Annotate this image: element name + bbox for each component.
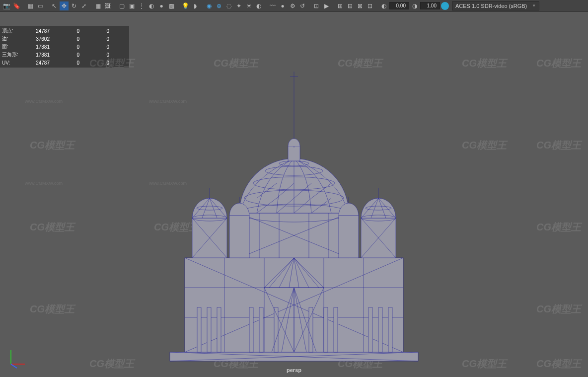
color-mgmt-toggle-icon[interactable]	[441, 2, 449, 10]
stats-value: 0	[55, 44, 84, 50]
render-icon[interactable]: ▶	[322, 1, 331, 10]
wireframe-icon[interactable]: ▣	[127, 1, 136, 10]
stats-label-edges: 边:	[0, 35, 25, 42]
svg-rect-81	[339, 216, 359, 258]
watermark: CG模型王	[89, 357, 134, 371]
svg-rect-23	[378, 307, 382, 352]
motiontrail-icon[interactable]: 〰	[268, 1, 277, 10]
stats-panel: 顶点: 24787 0 0 边: 37602 0 0 面: 17381 0 0 …	[0, 26, 129, 68]
snap1-icon[interactable]: ⊞	[336, 1, 345, 10]
watermark: CG模型王	[536, 139, 581, 152]
stats-value: 17381	[25, 44, 55, 50]
image-plane-icon[interactable]: 🖼	[103, 1, 112, 10]
stats-value: 0	[55, 36, 84, 42]
ambient-icon[interactable]: ☀	[244, 1, 253, 10]
stats-value: 0	[84, 60, 114, 66]
watermark: CG模型王	[536, 302, 581, 316]
colorspace-dropdown[interactable]: ACES 1.0 SDR-video (sRGB)	[452, 1, 539, 10]
svg-rect-16	[249, 307, 253, 352]
box-icon[interactable]: ▢	[117, 1, 126, 10]
toolbar: 📷 🔖 ▦ ▭ ↖ ✥ ↻ ⤢ ▦ 🖼 ▢ ▣ ⋮ ◐ ● ▩ 💡 ◗ ◉ ⊕ …	[0, 0, 588, 12]
stats-value: 24787	[25, 60, 55, 66]
camera-label: persp	[287, 367, 301, 373]
svg-rect-20	[324, 307, 328, 352]
stats-label-vertices: 顶点:	[0, 27, 25, 34]
gamma-field[interactable]: 1.00	[420, 2, 440, 9]
stats-row: 三角形: 17381 0 0	[0, 51, 129, 59]
svg-rect-22	[368, 307, 372, 352]
select-icon[interactable]: ↖	[50, 1, 59, 10]
viewport[interactable]: 顶点: 24787 0 0 边: 37602 0 0 面: 17381 0 0 …	[0, 12, 588, 377]
svg-rect-17	[259, 307, 263, 352]
svg-rect-69	[229, 216, 249, 258]
stats-value: 0	[55, 28, 84, 34]
view-axis-gizmo[interactable]	[6, 344, 31, 369]
bookmark-icon[interactable]: 🔖	[12, 1, 21, 10]
shaded-icon[interactable]: ◐	[147, 1, 156, 10]
stats-value: 17381	[25, 52, 55, 58]
watermark: CG模型王	[536, 57, 581, 70]
isolate-select-icon[interactable]: ⊡	[312, 1, 321, 10]
watermark: CG模型王	[462, 57, 507, 70]
svg-rect-15	[217, 307, 221, 352]
stats-value: 0	[55, 60, 84, 66]
stats-label-uv: UV:	[0, 60, 25, 66]
points-icon[interactable]: ⋮	[137, 1, 146, 10]
svg-rect-21	[334, 307, 338, 352]
stats-value: 0	[84, 36, 114, 42]
scale-tool-icon[interactable]: ⤢	[79, 1, 88, 10]
xray-icon[interactable]: ◌	[224, 1, 233, 10]
stats-row: 面: 17381 0 0	[0, 43, 129, 51]
film-icon[interactable]: ▦	[26, 1, 35, 10]
svg-rect-14	[207, 307, 211, 352]
exposure-field[interactable]: 0.00	[389, 2, 409, 9]
gamma-icon[interactable]: ◑	[410, 1, 419, 10]
isolate-icon[interactable]: ◉	[205, 1, 214, 10]
grid-icon[interactable]: ▦	[93, 1, 102, 10]
exposure-icon[interactable]: ◐	[379, 1, 388, 10]
rotate-tool-icon[interactable]: ↻	[70, 1, 78, 10]
snap2-icon[interactable]: ⊟	[346, 1, 355, 10]
watermark: CG模型王	[30, 139, 74, 152]
stats-value: 0	[84, 52, 114, 58]
stats-value: 0	[55, 52, 84, 58]
stats-row: 顶点: 24787 0 0	[0, 27, 129, 35]
stats-value: 0	[84, 44, 114, 50]
camera-icon[interactable]: 📷	[2, 1, 11, 10]
move-tool-icon[interactable]: ✥	[60, 1, 69, 10]
svg-rect-13	[197, 307, 201, 352]
stats-row: UV: 24787 0 0	[0, 59, 129, 67]
shadows-icon[interactable]: ◗	[191, 1, 200, 10]
textured-icon[interactable]: ▩	[167, 1, 176, 10]
lights-icon[interactable]: 💡	[181, 1, 190, 10]
watermark: CG模型王	[30, 221, 74, 234]
gear-icon[interactable]: ⚙	[288, 1, 297, 10]
watermark-url: www.CGMXW.com	[25, 181, 63, 186]
svg-line-85	[11, 364, 17, 368]
xray-joints-icon[interactable]: ✦	[234, 1, 243, 10]
svg-rect-56	[288, 146, 300, 161]
wireframe-on-shaded-icon[interactable]: ⊕	[215, 1, 223, 10]
watermark-url: www.CGMXW.com	[25, 99, 63, 104]
stats-label-faces: 面:	[0, 43, 25, 50]
watermark: CG模型王	[462, 357, 507, 371]
reset-icon[interactable]: ↺	[298, 1, 307, 10]
stats-label-tris: 三角形:	[0, 51, 25, 58]
svg-rect-19	[309, 307, 313, 352]
svg-rect-24	[388, 307, 392, 352]
model-wireframe	[150, 39, 438, 362]
snap3-icon[interactable]: ⊠	[356, 1, 365, 10]
stats-value: 0	[84, 28, 114, 34]
watermark: CG模型王	[30, 302, 74, 316]
svg-rect-18	[274, 307, 278, 352]
watermark: CG模型王	[462, 139, 507, 152]
defaultlight-icon[interactable]: ●	[278, 1, 287, 10]
smooth-icon[interactable]: ●	[157, 1, 166, 10]
ao-icon[interactable]: ◐	[254, 1, 263, 10]
gate-icon[interactable]: ▭	[36, 1, 45, 10]
snap4-icon[interactable]: ⊡	[366, 1, 374, 10]
stats-value: 24787	[25, 28, 55, 34]
watermark: CG模型王	[536, 357, 581, 371]
stats-value: 37602	[25, 36, 55, 42]
watermark: CG模型王	[536, 221, 581, 234]
